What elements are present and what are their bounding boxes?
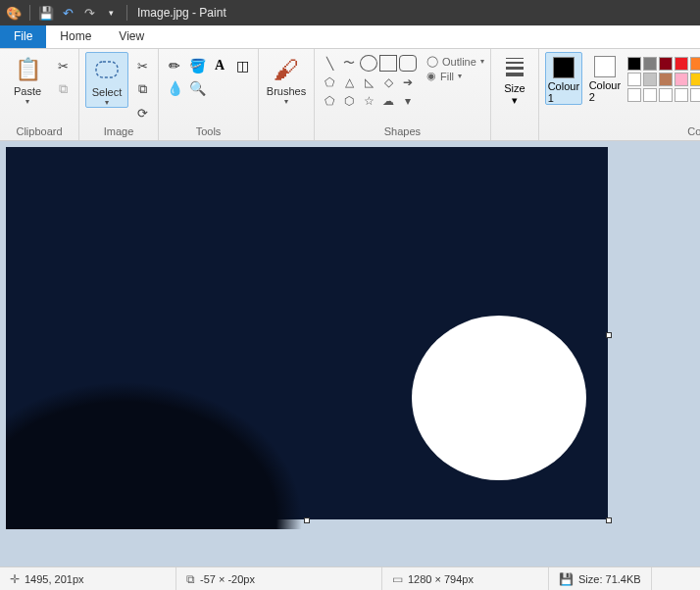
tab-home[interactable]: Home [46, 25, 105, 48]
chevron-down-icon: ▾ [25, 97, 29, 106]
group-label-colours: Col [545, 123, 700, 140]
status-filesize-value: Size: 71.4KB [578, 573, 641, 585]
outline-label: Outline [442, 56, 476, 68]
text-icon[interactable]: A [210, 56, 229, 75]
select-label: Select [92, 86, 123, 98]
svg-rect-0 [96, 62, 118, 77]
qat-separator [29, 5, 30, 21]
group-label-shapes: Shapes [321, 123, 484, 140]
shape-roundrect-icon[interactable] [399, 55, 417, 72]
fill-button[interactable]: ◉Fill▾ [426, 70, 484, 82]
shape-rect-icon[interactable] [379, 55, 397, 72]
colour1-swatch [553, 57, 575, 78]
size-bars-icon [506, 58, 524, 76]
resize-handle-corner[interactable] [606, 517, 612, 523]
shape-line-icon[interactable]: ╲ [321, 55, 338, 72]
outline-icon: ◯ [426, 55, 438, 68]
shapes-gallery[interactable]: ╲ 〜 ⬠ △ ◺ ◇ ➔ ⬠ ⬡ ☆ ☁ ▾ [321, 52, 417, 109]
palette-swatch[interactable] [659, 73, 673, 86]
canvas-workspace[interactable] [0, 141, 700, 566]
brush-icon: 🖌 [272, 54, 301, 85]
pencil-icon[interactable]: ✏ [165, 56, 184, 75]
palette-swatch[interactable] [659, 57, 673, 71]
shape-hexagon-icon[interactable]: ⬡ [340, 92, 358, 109]
magnifier-icon[interactable]: 🔍 [187, 78, 207, 98]
canvas-content-moon [412, 316, 586, 480]
group-tools: ✏ 🪣 A ◫ 💧 🔍 Tools [159, 49, 259, 140]
palette-swatch[interactable] [675, 73, 688, 86]
save-icon[interactable]: 💾 [36, 3, 56, 23]
status-selection-value: -57 × -20px [200, 573, 255, 585]
redo-icon[interactable]: ↷ [79, 3, 99, 23]
palette-swatch[interactable] [627, 88, 641, 102]
qat-dropdown-icon[interactable]: ▾ [101, 3, 121, 23]
group-brushes: 🖌 Brushes ▾ [259, 49, 315, 140]
resize-icon[interactable]: ⧉ [132, 79, 152, 99]
palette-swatch[interactable] [690, 88, 700, 102]
shape-more-icon[interactable]: ▾ [399, 92, 417, 109]
title-bar: 🎨 💾 ↶ ↷ ▾ Image.jpg - Paint [0, 0, 700, 25]
group-size: Size ▾ [491, 49, 539, 140]
colour1-label: Colour 1 [548, 80, 579, 104]
window-title: Image.jpg - Paint [137, 6, 226, 20]
quick-access-toolbar: 🎨 💾 ↶ ↷ ▾ [4, 3, 131, 23]
fill-icon: ◉ [426, 70, 436, 82]
shape-oval-icon[interactable] [360, 55, 377, 72]
copy-icon[interactable]: ⧉ [53, 79, 73, 99]
palette-swatch[interactable] [643, 88, 657, 102]
rotate-icon[interactable]: ⟳ [132, 103, 152, 123]
brushes-button[interactable]: 🖌 Brushes ▾ [265, 52, 308, 106]
palette-swatch[interactable] [643, 73, 657, 86]
colour2-label: Colour 2 [589, 79, 621, 103]
dropper-icon[interactable]: 💧 [165, 78, 184, 98]
dimensions-icon: ▭ [392, 572, 403, 586]
shape-star-icon[interactable]: ☆ [360, 92, 377, 109]
colour1-button[interactable]: Colour 1 [545, 52, 582, 105]
palette-swatch[interactable] [675, 57, 688, 71]
resize-handle-right[interactable] [606, 332, 612, 338]
colour-palette[interactable] [627, 52, 700, 102]
disk-icon: 💾 [559, 572, 574, 586]
shape-triangle-icon[interactable]: △ [340, 74, 358, 90]
palette-swatch[interactable] [675, 88, 688, 102]
canvas-content [6, 323, 418, 529]
palette-swatch[interactable] [627, 57, 641, 71]
shape-arrow-icon[interactable]: ➔ [399, 74, 417, 90]
tools-grid: ✏ 🪣 A ◫ 💧 🔍 [165, 52, 252, 98]
paste-label: Paste [14, 85, 41, 97]
shape-rtriangle-icon[interactable]: ◺ [360, 74, 377, 90]
shape-diamond-icon[interactable]: ◇ [379, 74, 397, 90]
crop-icon[interactable]: ✂ [132, 56, 152, 75]
status-bar: ✛ 1495, 201px ⧉ -57 × -20px ▭ 1280 × 794… [0, 566, 700, 590]
group-colours: Colour 1 Colour 2 Col [539, 49, 700, 140]
shape-polygon-icon[interactable]: ⬠ [321, 74, 338, 90]
tab-view[interactable]: View [105, 25, 158, 48]
group-label-tools: Tools [165, 123, 252, 140]
palette-swatch[interactable] [627, 73, 641, 86]
qat-separator [126, 5, 127, 21]
tab-file[interactable]: File [0, 25, 46, 48]
undo-icon[interactable]: ↶ [58, 3, 77, 23]
palette-swatch[interactable] [659, 88, 673, 102]
size-button[interactable]: Size ▾ [497, 52, 532, 107]
shape-curve-icon[interactable]: 〜 [340, 55, 358, 72]
outline-button[interactable]: ◯Outline▾ [426, 55, 484, 68]
palette-swatch[interactable] [690, 73, 700, 86]
paste-button[interactable]: 📋 Paste ▾ [6, 52, 49, 106]
shape-pentagon-icon[interactable]: ⬠ [321, 92, 338, 109]
palette-swatch[interactable] [643, 57, 657, 71]
ribbon-tabs: File Home View [0, 25, 700, 49]
chevron-down-icon: ▾ [512, 94, 518, 107]
group-label-clipboard: Clipboard [6, 123, 73, 140]
shape-callout-icon[interactable]: ☁ [379, 92, 397, 109]
eraser-icon[interactable]: ◫ [232, 56, 252, 75]
bucket-icon[interactable]: 🪣 [187, 56, 207, 75]
select-button[interactable]: Select ▾ [85, 52, 128, 108]
fill-label: Fill [440, 71, 454, 82]
colour2-button[interactable]: Colour 2 [586, 52, 624, 103]
paint-app-icon[interactable]: 🎨 [4, 3, 24, 23]
cut-icon[interactable]: ✂ [53, 56, 73, 75]
resize-handle-bottom[interactable] [304, 517, 310, 523]
colour2-swatch [594, 56, 616, 77]
palette-swatch[interactable] [690, 57, 700, 71]
